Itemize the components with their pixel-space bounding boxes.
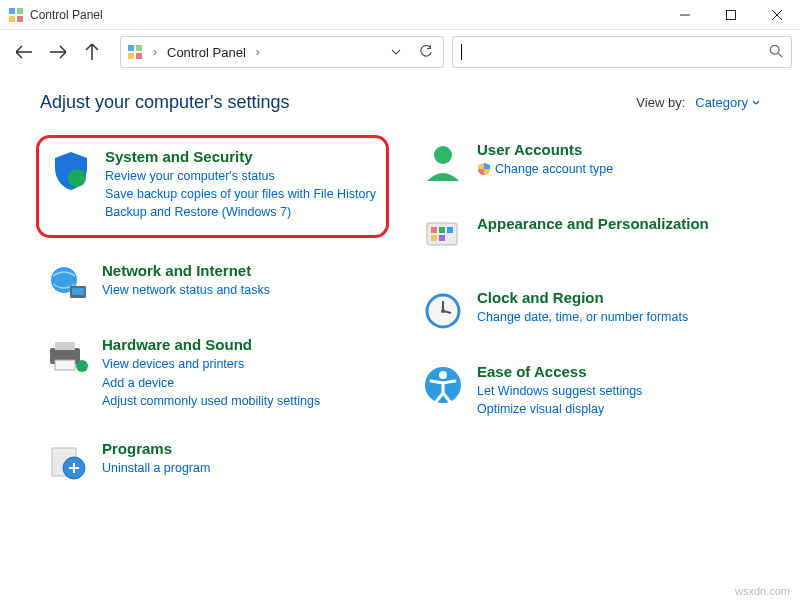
clock-icon: [421, 289, 465, 333]
categories-right-column: User Accounts Change account type: [415, 135, 760, 508]
view-by-label: View by:: [636, 95, 685, 110]
category-appearance[interactable]: Appearance and Personalization: [415, 209, 760, 265]
search-icon[interactable]: [769, 44, 783, 61]
category-title[interactable]: Ease of Access: [477, 363, 754, 380]
chevron-right-icon: ›: [151, 45, 159, 59]
nav-arrows: [8, 42, 112, 62]
svg-point-14: [68, 169, 86, 187]
category-clock-region[interactable]: Clock and Region Change date, time, or n…: [415, 283, 760, 339]
svg-rect-26: [431, 227, 437, 233]
svg-rect-1: [17, 8, 23, 14]
svg-line-13: [778, 53, 782, 57]
svg-rect-28: [447, 227, 453, 233]
category-system-security[interactable]: System and Security Review your computer…: [36, 135, 389, 238]
category-link[interactable]: Adjust commonly used mobility settings: [102, 392, 379, 410]
category-link[interactable]: Change date, time, or number formats: [477, 308, 754, 326]
printer-icon: [46, 336, 90, 380]
svg-rect-2: [9, 16, 15, 22]
appearance-icon: [421, 215, 465, 259]
category-link[interactable]: Uninstall a program: [102, 459, 379, 477]
category-link[interactable]: View network status and tasks: [102, 281, 379, 299]
watermark: wsxdn.com: [735, 585, 790, 597]
chevron-right-icon: ›: [254, 45, 262, 59]
address-dropdown-icon[interactable]: [385, 41, 407, 63]
category-user-accounts[interactable]: User Accounts Change account type: [415, 135, 760, 191]
user-icon: [421, 141, 465, 185]
search-box[interactable]: [452, 36, 792, 68]
category-hardware-sound[interactable]: Hardware and Sound View devices and prin…: [40, 330, 385, 415]
maximize-button[interactable]: [708, 0, 754, 30]
view-by-value: Category: [695, 95, 748, 110]
svg-rect-17: [72, 288, 84, 295]
category-programs[interactable]: Programs Uninstall a program: [40, 434, 385, 490]
forward-button[interactable]: [48, 42, 68, 62]
svg-rect-29: [431, 235, 437, 241]
address-icon: [127, 44, 143, 60]
category-link[interactable]: View devices and printers: [102, 355, 379, 373]
app-icon: [8, 7, 24, 23]
category-title[interactable]: Programs: [102, 440, 379, 457]
category-title[interactable]: Network and Internet: [102, 262, 379, 279]
chevron-down-icon: [752, 99, 760, 107]
svg-point-24: [434, 146, 452, 164]
content-area: Adjust your computer's settings View by:…: [0, 74, 800, 518]
svg-rect-8: [128, 45, 134, 51]
minimize-button[interactable]: [662, 0, 708, 30]
navigation-toolbar: › Control Panel ›: [0, 30, 800, 74]
address-bar[interactable]: › Control Panel ›: [120, 36, 444, 68]
categories-columns: System and Security Review your computer…: [40, 135, 760, 508]
svg-rect-30: [439, 235, 445, 241]
uac-shield-icon: [477, 162, 491, 176]
globe-icon: [46, 262, 90, 306]
category-link[interactable]: Change account type: [477, 160, 754, 178]
category-link[interactable]: Save backup copies of your files with Fi…: [105, 185, 376, 203]
programs-icon: [46, 440, 90, 484]
svg-point-36: [439, 371, 447, 379]
svg-rect-0: [9, 8, 15, 14]
back-button[interactable]: [14, 42, 34, 62]
svg-rect-3: [17, 16, 23, 22]
svg-rect-19: [55, 342, 75, 350]
svg-rect-5: [727, 10, 736, 19]
svg-rect-25: [427, 223, 457, 245]
shield-icon: [49, 148, 93, 192]
accessibility-icon: [421, 363, 465, 407]
category-ease-of-access[interactable]: Ease of Access Let Windows suggest setti…: [415, 357, 760, 424]
search-input[interactable]: [462, 44, 783, 61]
page-title: Adjust your computer's settings: [40, 92, 290, 113]
up-button[interactable]: [82, 42, 102, 62]
titlebar: Control Panel: [0, 0, 800, 30]
category-link[interactable]: Optimize visual display: [477, 400, 754, 418]
category-link[interactable]: Backup and Restore (Windows 7): [105, 203, 376, 221]
svg-rect-9: [136, 45, 142, 51]
svg-point-12: [770, 45, 779, 54]
category-link[interactable]: Add a device: [102, 374, 379, 392]
window-title: Control Panel: [30, 8, 103, 22]
categories-left-column: System and Security Review your computer…: [40, 135, 385, 508]
category-link[interactable]: Let Windows suggest settings: [477, 382, 754, 400]
svg-point-21: [76, 360, 88, 372]
category-title[interactable]: User Accounts: [477, 141, 754, 158]
category-title[interactable]: Clock and Region: [477, 289, 754, 306]
svg-rect-20: [55, 360, 75, 370]
category-link[interactable]: Review your computer's status: [105, 167, 376, 185]
view-by-dropdown[interactable]: Category: [695, 95, 760, 110]
svg-rect-11: [136, 53, 142, 59]
svg-rect-10: [128, 53, 134, 59]
close-button[interactable]: [754, 0, 800, 30]
svg-rect-27: [439, 227, 445, 233]
category-network-internet[interactable]: Network and Internet View network status…: [40, 256, 385, 312]
category-title[interactable]: System and Security: [105, 148, 376, 165]
address-location[interactable]: Control Panel: [167, 45, 246, 60]
content-header: Adjust your computer's settings View by:…: [40, 92, 760, 113]
category-link-label: Change account type: [495, 160, 613, 178]
refresh-button[interactable]: [415, 41, 437, 63]
category-title[interactable]: Appearance and Personalization: [477, 215, 754, 232]
category-title[interactable]: Hardware and Sound: [102, 336, 379, 353]
